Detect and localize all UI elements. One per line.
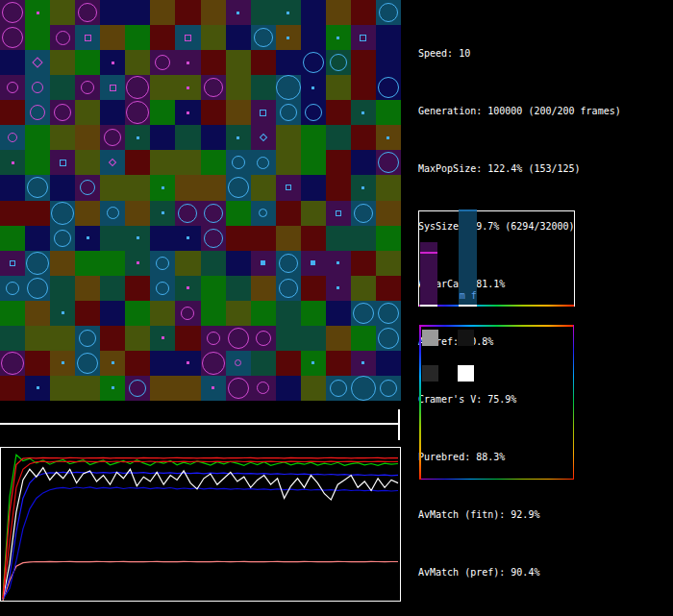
- organism-circle: [79, 330, 96, 347]
- bar-marker: [420, 252, 438, 254]
- world-cell: [201, 376, 226, 401]
- world-cell: [50, 326, 75, 351]
- organism-circle: [378, 328, 399, 349]
- world-cell: [150, 25, 175, 50]
- world-cell: [301, 0, 326, 25]
- world-cell: [276, 251, 301, 276]
- organism-dot: [187, 86, 189, 89]
- world-cell: [125, 251, 150, 276]
- world-cell: [226, 226, 251, 251]
- world-cell: [150, 201, 175, 226]
- world-cell: [175, 175, 200, 200]
- world-cell: [100, 301, 125, 326]
- matrix-border: [419, 479, 574, 480]
- frame-progress-tick: [398, 409, 400, 440]
- organism-circle: [51, 202, 74, 225]
- world-cell: [0, 150, 25, 175]
- world-cell: [125, 326, 150, 351]
- world-cell: [25, 50, 50, 75]
- world-cell: [201, 100, 226, 125]
- bar-cap: [459, 209, 477, 211]
- hue-axis-highlight: [459, 305, 477, 307]
- world-cell: [100, 175, 125, 200]
- organism-circle: [254, 28, 273, 47]
- world-cell: [125, 50, 150, 75]
- world-cell: [301, 125, 326, 150]
- organism-circle: [354, 204, 373, 223]
- organism-circle: [54, 230, 71, 247]
- world-cell: [251, 100, 276, 125]
- world-cell: [25, 226, 50, 251]
- world-cell: [50, 150, 75, 175]
- world-cell: [100, 50, 125, 75]
- world-cell: [376, 201, 401, 226]
- world-cell: [251, 276, 276, 301]
- organism-circle: [6, 282, 19, 295]
- world-cell: [50, 251, 75, 276]
- organism-circle: [126, 76, 149, 99]
- world-cell: [301, 25, 326, 50]
- organism-circle: [54, 104, 71, 121]
- world-cell: [0, 0, 25, 25]
- world-cell: [125, 150, 150, 175]
- world-cell: [50, 351, 75, 376]
- matrix-border: [573, 325, 575, 480]
- history-series-red-flat: [3, 457, 398, 598]
- world-grid[interactable]: [0, 0, 401, 401]
- world-cell: [150, 50, 175, 75]
- world-cell: [25, 100, 50, 125]
- world-cell: [326, 50, 351, 75]
- world-cell: [351, 226, 376, 251]
- world-cell: [75, 351, 100, 376]
- world-cell: [376, 251, 401, 276]
- world-cell: [0, 25, 25, 50]
- world-cell: [376, 25, 401, 50]
- species-bar-plot: m f: [418, 210, 575, 307]
- world-cell: [150, 301, 175, 326]
- world-cell: [276, 100, 301, 125]
- world-cell: [301, 50, 326, 75]
- world-cell: [376, 50, 401, 75]
- world-cell: [326, 351, 351, 376]
- world-cell: [226, 326, 251, 351]
- world-cell: [351, 351, 376, 376]
- world-cell: [326, 25, 351, 50]
- world-cell: [251, 376, 276, 401]
- world-cell: [226, 276, 251, 301]
- organism-circle: [232, 156, 245, 169]
- organism-circle: [181, 307, 194, 320]
- world-cell: [25, 0, 50, 25]
- world-cell: [0, 326, 25, 351]
- organism-circle: [257, 157, 269, 169]
- world-cell: [226, 75, 251, 100]
- world-cell: [100, 0, 125, 25]
- world-cell: [100, 251, 125, 276]
- organism-square: [360, 35, 366, 41]
- world-cell: [50, 125, 75, 150]
- world-cell: [0, 226, 25, 251]
- world-cell: [226, 150, 251, 175]
- world-cell: [150, 175, 175, 200]
- world-cell: [226, 50, 251, 75]
- world-cell: [351, 125, 376, 150]
- world-cell: [376, 276, 401, 301]
- organism-dot: [336, 286, 339, 289]
- stat-avmatch-fitn: AvMatch (fitn): 92.9%: [418, 505, 621, 525]
- world-cell: [25, 351, 50, 376]
- world-cell: [0, 251, 25, 276]
- world-cell: [376, 301, 401, 326]
- organism-circle: [303, 52, 324, 73]
- matrix-border: [419, 325, 421, 480]
- matrix-border: [419, 325, 574, 327]
- world-cell: [150, 125, 175, 150]
- organism-square: [260, 110, 266, 116]
- organism-circle: [204, 204, 223, 223]
- organism-dot: [212, 386, 214, 389]
- world-cell: [125, 276, 150, 301]
- world-cell: [376, 226, 401, 251]
- organism-circle: [378, 77, 399, 98]
- world-cell: [226, 100, 251, 125]
- organism-circle: [26, 252, 49, 275]
- world-cell: [25, 25, 50, 50]
- world-cell: [251, 50, 276, 75]
